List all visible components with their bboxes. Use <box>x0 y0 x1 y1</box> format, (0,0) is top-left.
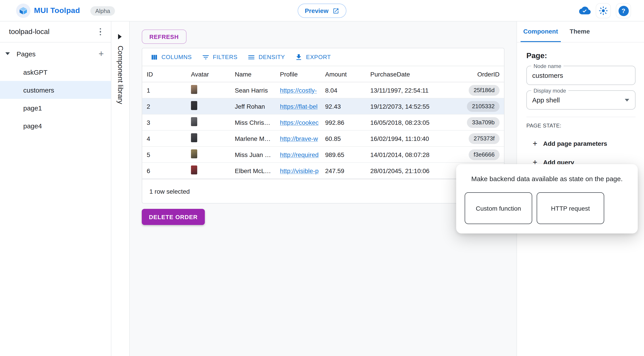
profile-link[interactable]: http://brave-w <box>280 135 318 142</box>
node-name-field[interactable]: Node name <box>526 66 636 85</box>
cell-name: Marlene M… <box>230 135 276 142</box>
app-window: MUI Toolpad Alpha Preview <box>0 0 644 356</box>
alpha-badge: Alpha <box>90 6 115 16</box>
cell-purchase-date: 16/05/2018, 08:23:05 <box>366 119 455 126</box>
brand-title: MUI Toolpad <box>34 0 80 22</box>
column-header-purchasedate[interactable]: PurchaseDate <box>366 70 455 78</box>
cell-purchase-date: 19/12/2073, 14:52:55 <box>366 103 455 110</box>
http-request-button[interactable]: HTTP request <box>537 192 604 224</box>
inspector-content: Page: Node name Display mode App shell P… <box>517 52 644 166</box>
grid-toolbar-filters-button[interactable]: FILTERS <box>198 51 241 63</box>
column-header-avatar[interactable]: Avatar <box>186 70 230 78</box>
export-icon <box>295 53 303 61</box>
chevron-right-icon <box>118 34 122 39</box>
cell-purchase-date: 14/01/2014, 08:07:28 <box>366 151 455 158</box>
cell-profile: https://costly- <box>276 86 321 94</box>
component-library-label: Component library <box>116 46 124 104</box>
profile-link[interactable]: https://costly- <box>280 86 317 94</box>
table-row[interactable]: 5Miss Juan …http://required989.6514/01/2… <box>142 147 504 163</box>
cell-name: Sean Harris <box>230 86 276 94</box>
avatar <box>191 150 197 158</box>
column-header-name[interactable]: Name <box>230 70 276 78</box>
profile-link[interactable]: https://flat-bel <box>280 103 318 110</box>
collapse-arrow-icon <box>5 52 10 55</box>
column-header-amount[interactable]: Amount <box>321 70 366 78</box>
divider <box>526 117 636 117</box>
column-header-id[interactable]: ID <box>142 70 186 78</box>
toolpad-logo-icon <box>19 6 28 15</box>
table-row[interactable]: 2Jeff Rohanhttps://flat-bel92.4319/12/20… <box>142 98 504 114</box>
cell-avatar <box>186 133 230 144</box>
page-state-actions: +Add page parameters+Add query <box>526 140 635 166</box>
grid-toolbar-button-label: DENSITY <box>258 54 285 60</box>
profile-link[interactable]: http://visible-p <box>280 167 319 174</box>
order-id-chip: 2105332 <box>467 101 500 112</box>
grid-toolbar-columns-button[interactable]: COLUMNS <box>147 51 196 63</box>
cell-profile: http://visible-p <box>276 167 321 174</box>
grid-toolbar-export-button[interactable]: EXPORT <box>291 51 334 63</box>
dropdown-arrow-icon <box>625 98 629 101</box>
table-row[interactable]: 4Marlene M…http://brave-w60.8516/02/1994… <box>142 130 504 147</box>
cell-profile: https://cookec <box>276 119 321 126</box>
plus-icon: + <box>533 140 537 148</box>
cell-name: Miss Chris… <box>230 119 276 126</box>
more-vert-icon[interactable] <box>97 26 104 38</box>
sidebar-item-askGPT[interactable]: askGPT <box>0 63 111 81</box>
theme-brightness-button[interactable] <box>596 3 611 18</box>
display-mode-select[interactable]: Display mode App shell <box>526 90 636 110</box>
cell-avatar <box>186 150 230 160</box>
cell-amount: 992.86 <box>321 119 366 126</box>
page-state-label: PAGE STATE: <box>526 122 635 129</box>
pages-list: askGPTcustomerspage1page4 <box>0 63 111 134</box>
grid-toolbar-density-button[interactable]: DENSITY <box>244 51 288 63</box>
sidebar-item-customers[interactable]: customers <box>0 81 111 99</box>
order-id-chip: 25f186d <box>469 85 500 96</box>
data-grid: COLUMNSFILTERSDENSITYEXPORT IDAvatarName… <box>142 48 504 204</box>
refresh-button[interactable]: REFRESH <box>142 30 186 44</box>
popup-message: Make backend data available as state on … <box>465 175 629 182</box>
cell-purchase-date: 13/11/1997, 22:54:11 <box>366 86 455 94</box>
cell-name: Jeff Rohan <box>230 103 276 110</box>
add-page-parameters-button[interactable]: +Add page parameters <box>526 140 635 148</box>
component-library-strip[interactable]: Component library <box>111 22 130 356</box>
table-row[interactable]: 6Elbert McL…http://visible-p247.5928/01/… <box>142 163 504 179</box>
order-id-chip: f3e6666 <box>469 149 500 160</box>
sidebar-item-page4[interactable]: page4 <box>0 117 111 134</box>
grid-toolbar-button-label: COLUMNS <box>162 54 192 60</box>
column-header-orderid[interactable]: OrderID <box>455 70 504 78</box>
grid-toolbar-button-label: EXPORT <box>306 54 331 60</box>
cell-avatar <box>186 85 230 95</box>
project-name: toolpad-local <box>9 28 50 36</box>
cell-amount: 60.85 <box>321 135 366 142</box>
sidebar-item-page1[interactable]: page1 <box>0 99 111 117</box>
preview-button[interactable]: Preview <box>298 4 346 18</box>
cell-amount: 92.43 <box>321 103 366 110</box>
node-name-label: Node name <box>531 63 564 69</box>
column-header-profile[interactable]: Profile <box>276 70 321 78</box>
cell-avatar <box>186 117 230 128</box>
table-row[interactable]: 3Miss Chris…https://cookec992.8616/05/20… <box>142 114 504 130</box>
project-header: toolpad-local <box>0 22 111 42</box>
profile-link[interactable]: https://cookec <box>280 119 319 126</box>
density-icon <box>247 53 255 61</box>
tab-component[interactable]: Component <box>520 22 561 42</box>
help-button[interactable]: ? <box>616 3 631 18</box>
cell-profile: http://brave-w <box>276 135 321 142</box>
add-page-icon[interactable]: + <box>98 49 104 58</box>
cell-id: 4 <box>142 135 186 142</box>
table-row[interactable]: 1Sean Harrishttps://costly-8.0413/11/199… <box>142 82 504 98</box>
node-name-input[interactable] <box>532 72 630 79</box>
pages-section-header[interactable]: Pages + <box>0 47 111 60</box>
action-label: Add page parameters <box>543 140 607 147</box>
open-in-new-icon <box>332 8 339 14</box>
avatar <box>191 117 197 126</box>
tab-theme[interactable]: Theme <box>567 22 592 42</box>
pages-section-label: Pages <box>16 50 36 58</box>
help-icon: ? <box>618 6 628 16</box>
profile-link[interactable]: http://required <box>280 151 319 158</box>
avatar <box>191 101 197 110</box>
cloud-done-icon <box>579 6 591 15</box>
delete-order-button[interactable]: DELETE ORDER <box>142 209 205 225</box>
custom-function-button[interactable]: Custom function <box>465 192 532 224</box>
data-grid-footer: 1 row selected <box>142 179 504 204</box>
